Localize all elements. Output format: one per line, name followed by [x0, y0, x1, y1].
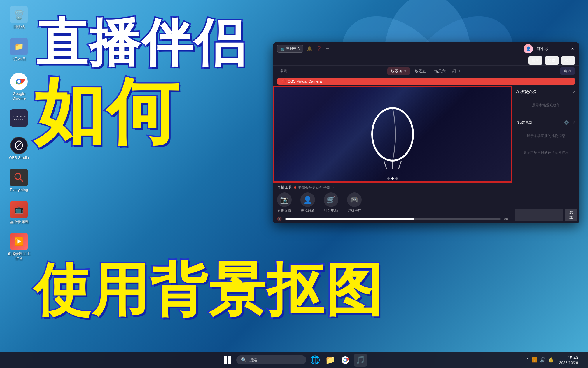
preview-canvas[interactable]	[273, 86, 512, 183]
close-button[interactable]: ✕	[570, 46, 575, 51]
interaction-actions: ⚙️ ⤢	[564, 120, 576, 125]
taskbar-app-douyin[interactable]: 🎵	[354, 354, 367, 367]
svg-rect-22	[224, 356, 227, 360]
scene-tab-5[interactable]: 场景五	[411, 67, 430, 75]
add-scene-button[interactable]: 好 +	[450, 68, 463, 74]
titlebar-right: 👤 穗小冰 — □ ✕	[524, 44, 575, 53]
chat-input-row: 发送	[512, 206, 579, 223]
search-placeholder: 搜索	[249, 357, 257, 363]
audience-actions: ⤢	[572, 89, 576, 95]
desktop-icon-obs[interactable]: OBS Studio	[6, 137, 32, 160]
tools-update-badge	[294, 186, 296, 189]
audience-section-header: 在线观众榜 ⤢	[516, 89, 576, 95]
chevron-up-icon[interactable]: ⌃	[526, 357, 529, 363]
tool-icon-cart: 🛒	[324, 192, 338, 207]
desktop-icon-folder[interactable]: 📁 7月29日	[6, 38, 32, 61]
desktop-icon-label-obs: OBS Studio	[9, 155, 29, 160]
desktop-icons-container: 🗑️ 回收站 📁 7月29日 Google Chrome 2023-10-261…	[6, 6, 32, 261]
chat-send-button[interactable]: 发送	[565, 209, 577, 221]
svg-line-21	[398, 161, 401, 169]
tab-vertical[interactable]: 竖屏	[545, 56, 559, 65]
desktop-icon-everything[interactable]: Everything	[6, 169, 32, 192]
tools-section-title: 直播工具	[277, 185, 292, 190]
tab-dual[interactable]: 双屏	[561, 56, 575, 65]
bell-icon[interactable]: 🔔	[307, 46, 313, 51]
search-bar[interactable]: 🔍 搜索	[236, 355, 306, 364]
desktop-icon-liveapp[interactable]: ▶️ 直播录制主工作台	[6, 233, 32, 261]
obs-source-icon: ⭕	[281, 79, 286, 84]
pagination-dots	[387, 177, 398, 180]
start-button[interactable]	[221, 354, 234, 367]
tool-label-game: 游戏推广	[347, 208, 361, 213]
hub-button[interactable]: 📺 主播中心	[277, 45, 303, 53]
network-icon[interactable]: 📶	[532, 357, 538, 363]
interaction-section: 互动消息 ⚙️ ⤢ 展示本场直播的礼物消息 展示本场直播的评论互动消息	[512, 117, 579, 206]
tool-icon-camera: 📷	[277, 192, 292, 207]
tab-horizontal[interactable]: 横屏	[528, 56, 542, 65]
volume-slider[interactable]	[285, 218, 501, 220]
tool-livestream-settings[interactable]: 📷 直播设置	[277, 192, 292, 213]
tool-virtual-avatar[interactable]: 👤 虚拟形象	[300, 192, 315, 213]
mic-off-icon[interactable]: 🔇	[277, 217, 282, 221]
desktop-icon-chrome[interactable]: Google Chrome	[6, 73, 32, 100]
hub-icon: 📺	[280, 47, 285, 51]
taskbar-center: 🔍 搜索 🌐 📁 🎵	[221, 354, 367, 367]
taskbar-app-browser[interactable]: 🌐	[309, 354, 321, 367]
taskbar-right: ⌃ 📶 🔊 🔔 15:40 2023/10/26	[526, 354, 582, 367]
desktop-icon-recorder[interactable]: 📺 监控录屏圈	[6, 201, 32, 224]
app-window: 📺 主播中心 🔔 ❓ ☰ 👤 穗小冰 — □ ✕ 横屏 竖屏 双屏 常规	[273, 42, 579, 223]
desktop-icon-label-recycle: 回收站	[13, 25, 25, 29]
tab-normal[interactable]: 常规	[277, 68, 290, 74]
audience-expand-icon[interactable]: ⤢	[572, 89, 576, 95]
taskbar-clock[interactable]: 15:40 2023/10/26	[559, 355, 578, 365]
bottom-tools-bar: 直播工具 专属会员更新至 全部 > 📷 直播设置 👤 虚拟形象 🛒	[273, 183, 512, 223]
user-avatar[interactable]: 👤	[524, 44, 533, 53]
scene-tabs-row: 常规 场景四 ▼ 场景五 场景六 好 + 电商	[273, 66, 579, 77]
tools-icons-row: 📷 直播设置 👤 虚拟形象 🛒 抖音电商 🎮 游戏推广	[277, 192, 508, 213]
clock-time: 15:40	[559, 355, 578, 360]
tool-label-avatar: 虚拟形象	[301, 208, 315, 213]
maximize-button[interactable]: □	[561, 46, 566, 51]
tool-game-promo[interactable]: 🎮 游戏推广	[347, 192, 362, 213]
notification-area-spacer	[580, 354, 582, 367]
svg-point-18	[372, 108, 413, 161]
svg-rect-15	[13, 171, 25, 184]
tool-label-ecommerce: 抖音电商	[324, 208, 338, 213]
taskbar-app-files[interactable]: 📁	[324, 354, 337, 367]
scene-tab-6[interactable]: 场景六	[431, 67, 449, 75]
username-label: 穗小冰	[537, 46, 548, 51]
ecommerce-tab[interactable]: 电商	[560, 67, 575, 75]
desktop-icon-recycle[interactable]: 🗑️ 回收站	[6, 6, 32, 29]
minimize-button[interactable]: —	[552, 46, 558, 51]
taskbar: 🔍 搜索 🌐 📁 🎵 ⌃ 📶 🔊	[0, 352, 588, 368]
interaction-settings-icon[interactable]: ⚙️	[564, 120, 570, 125]
audience-title: 在线观众榜	[516, 89, 536, 95]
audio-controls-row: 🔇 80	[277, 216, 508, 221]
chat-input-field[interactable]	[515, 209, 563, 221]
window-main-content: 直播工具 专属会员更新至 全部 > 📷 直播设置 👤 虚拟形象 🛒	[273, 86, 579, 223]
svg-rect-23	[228, 356, 231, 360]
window-controls: — □ ✕	[552, 46, 575, 51]
scene-tab-4-label: 场景四	[391, 69, 402, 74]
dot-3	[396, 177, 398, 180]
svg-point-28	[344, 359, 346, 361]
tools-upgrade-link[interactable]: 专属会员更新至 全部 >	[298, 185, 334, 190]
question-icon[interactable]: ❓	[316, 46, 322, 51]
interaction-expand-icon[interactable]: ⤢	[572, 120, 576, 125]
svg-line-19	[384, 161, 387, 169]
menu-icon[interactable]: ☰	[326, 46, 330, 51]
system-tray: ⌃ 📶 🔊 🔔	[526, 357, 554, 363]
svg-rect-24	[224, 360, 227, 364]
obs-source-bar[interactable]: ⭕ OBS Virtual Camera	[277, 78, 575, 85]
taskbar-app-chrome[interactable]	[339, 354, 352, 367]
scene-tab-4[interactable]: 场景四 ▼	[387, 67, 410, 75]
desktop-icon-label-everything: Everything	[10, 188, 28, 192]
tool-douyin-ecommerce[interactable]: 🛒 抖音电商	[324, 192, 338, 213]
comment-empty-text: 展示本场直播的评论互动消息	[516, 144, 576, 161]
overlay-ruhe-text: 如何	[34, 76, 179, 147]
overlay-bottom-text: 使用背景抠图	[34, 261, 384, 318]
desktop-icon-screenshot[interactable]: 2023-10-2615-27-38	[6, 109, 32, 128]
volume-icon[interactable]: 🔊	[540, 357, 546, 363]
desktop-icon-label-chrome: Google Chrome	[6, 91, 32, 100]
battery-icon[interactable]: 🔔	[548, 357, 554, 363]
